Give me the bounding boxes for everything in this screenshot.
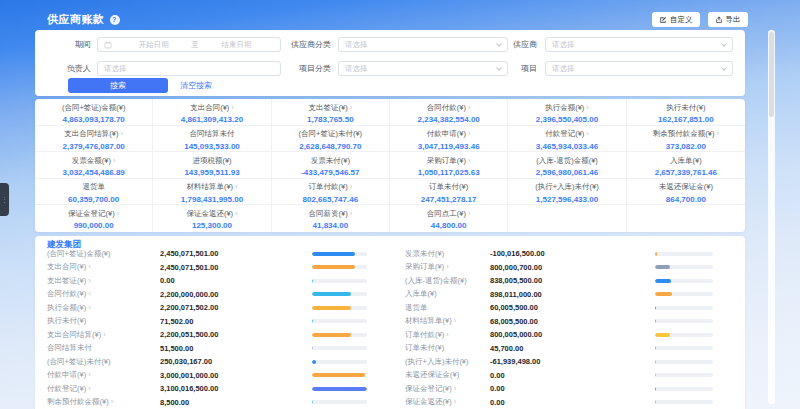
- stat-card[interactable]: 合同薪资(¥)›41,834.00: [272, 205, 390, 232]
- supplier-category-label: 供应商分类: [255, 37, 331, 52]
- side-panel-handle[interactable]: ⋮: [0, 183, 9, 216]
- stat-value[interactable]: 41,834.00: [272, 221, 389, 230]
- metric-bar: [312, 292, 367, 296]
- metric-bar-fill: [655, 346, 656, 350]
- metric-label[interactable]: 支出合同(¥)›: [47, 262, 160, 272]
- customize-button[interactable]: 自定义: [652, 12, 700, 27]
- owner-select[interactable]: 请选择: [97, 61, 281, 76]
- stat-value[interactable]: 125,300.00: [153, 221, 270, 230]
- stat-value: 247,451,278.17: [390, 195, 507, 204]
- stat-value[interactable]: 4,861,309,413.20: [153, 115, 270, 124]
- metric-label[interactable]: 合同付款(¥)›: [47, 289, 160, 299]
- stat-card[interactable]: 付款申请(¥)›3,047,119,493.46: [390, 126, 508, 153]
- stat-card[interactable]: 支出合同结算(¥)›2,379,476,087.00: [35, 126, 153, 153]
- chevron-right-icon: ›: [88, 384, 91, 393]
- stat-card[interactable]: 剩余预付款金额(¥)›373,082.00: [627, 126, 745, 153]
- stat-value[interactable]: 2,234,382,554.00: [390, 115, 507, 124]
- stat-label: 未返还保证金(¥): [627, 182, 745, 192]
- stat-card[interactable]: 支出合同(¥)›4,861,309,413.20: [153, 99, 271, 126]
- stat-label: 支出签证(¥)›: [272, 103, 389, 113]
- metric-label[interactable]: 付款登记(¥)›: [47, 384, 160, 394]
- metric-label[interactable]: 剩余预付款金额(¥)›: [47, 397, 160, 407]
- stat-card: 发票未付(¥)-433,479,546.57: [272, 152, 390, 179]
- stats-summary-grid: (合同+签证)金额(¥)4,863,093,178.70支出合同(¥)›4,86…: [35, 99, 745, 232]
- stat-value[interactable]: 1,798,431,995.00: [153, 195, 270, 204]
- metric-label[interactable]: 支出合同结算(¥)›: [47, 330, 160, 340]
- project-category-select[interactable]: 请选择: [338, 61, 508, 76]
- stat-value[interactable]: 44,800.00: [390, 221, 507, 230]
- metric-label[interactable]: 保证金返还(¥)›: [405, 397, 490, 407]
- stat-card[interactable]: 付款登记(¥)›3,465,934,033.46: [508, 126, 626, 153]
- search-button[interactable]: 搜索: [68, 78, 168, 93]
- stat-value[interactable]: 2,396,550,405.00: [508, 115, 625, 124]
- stat-value: 4,863,093,178.70: [35, 115, 152, 124]
- metric-label[interactable]: 执行金额(¥)›: [47, 303, 160, 313]
- metric-bar-fill: [312, 387, 367, 391]
- stat-card[interactable]: 发票金额(¥)›3,032,454,486.89: [35, 152, 153, 179]
- stat-value: 145,093,533.00: [153, 142, 270, 151]
- metric-value: 0.00: [490, 371, 655, 380]
- stat-value: 1,527,596,433.00: [508, 195, 625, 204]
- metric-value: 2,200,051,500.00: [160, 330, 312, 339]
- stat-card[interactable]: 材料结算单(¥)›1,798,431,995.00: [153, 179, 271, 206]
- metric-bar: [312, 360, 367, 364]
- stat-label: 采购订单(¥)›: [390, 156, 507, 166]
- stat-value[interactable]: 3,465,934,033.46: [508, 142, 625, 151]
- metric-value: 2,200,071,502.00: [160, 303, 312, 312]
- chevron-right-icon: ›: [350, 103, 353, 112]
- stat-value[interactable]: 990,000.00: [35, 221, 152, 230]
- stat-value[interactable]: 1,050,117,025.63: [390, 168, 507, 177]
- stat-card[interactable]: 合同付款(¥)›2,234,382,554.00: [390, 99, 508, 126]
- metric-bar-fill: [312, 346, 313, 350]
- metric-label[interactable]: 付款申请(¥)›: [47, 370, 160, 380]
- help-icon[interactable]: ?: [110, 15, 120, 25]
- metric-label[interactable]: 支出签证(¥)›: [47, 276, 160, 286]
- chevron-right-icon: ›: [88, 276, 91, 285]
- stat-value[interactable]: 2,379,476,087.00: [35, 142, 152, 151]
- clear-search-link[interactable]: 清空搜索: [180, 78, 212, 93]
- supplier-select[interactable]: 请选择: [545, 37, 733, 52]
- date-range-input[interactable]: 开始日期 至 结束日期: [97, 37, 281, 52]
- metric-bar-fill: [312, 360, 316, 364]
- stat-card[interactable]: 保证金返还(¥)›125,300.00: [153, 205, 271, 232]
- stat-value: 2,596,980,061.46: [508, 168, 625, 177]
- chevron-right-icon: ›: [446, 262, 449, 271]
- scrollbar-thumb[interactable]: [769, 32, 774, 117]
- chevron-right-icon: ›: [454, 316, 457, 325]
- metric-label: (合同+签证)未付(¥): [47, 357, 160, 367]
- stat-card[interactable]: 采购订单(¥)›1,050,117,025.63: [390, 152, 508, 179]
- stat-card[interactable]: 合同点工(¥)›44,800.00: [390, 205, 508, 232]
- stat-value[interactable]: 1,783,765.50: [272, 115, 389, 124]
- project-select[interactable]: 请选择: [545, 61, 733, 76]
- scrollbar-track[interactable]: [768, 30, 775, 404]
- stat-label: 入库单(¥): [627, 156, 745, 166]
- export-button[interactable]: 导出: [708, 12, 748, 27]
- supplier-category-select[interactable]: 请选择: [338, 37, 508, 52]
- stat-card[interactable]: 执行金额(¥)›2,396,550,405.00: [508, 99, 626, 126]
- metric-row: 执行金额(¥)›2,200,071,502.00: [47, 301, 367, 315]
- stat-card[interactable]: 保证金登记(¥)›990,000.00: [35, 205, 153, 232]
- chevron-right-icon: ›: [350, 182, 353, 191]
- stat-card[interactable]: 订单付款(¥)›802,665,747.46: [272, 179, 390, 206]
- metric-bar: [312, 252, 367, 256]
- stat-value[interactable]: 802,665,747.46: [272, 195, 389, 204]
- group-metrics-panel: 建发集团 (合同+签证)金额(¥)2,450,071,501.00支出合同(¥)…: [35, 236, 745, 409]
- stat-label: 发票金额(¥)›: [35, 156, 152, 166]
- stat-value[interactable]: 3,047,119,493.46: [390, 142, 507, 151]
- metric-label[interactable]: 保证金登记(¥)›: [405, 384, 490, 394]
- chevron-right-icon: ›: [88, 262, 91, 271]
- metric-label: (入库-退货)金额(¥): [405, 276, 490, 286]
- stat-card: 未返还保证金(¥)864,700.00: [627, 179, 745, 206]
- metric-label[interactable]: 材料结算单(¥)›: [405, 316, 490, 326]
- metric-label[interactable]: 订单付款(¥)›: [405, 330, 490, 340]
- metric-value: 8,500.00: [160, 398, 312, 407]
- metric-label: (合同+签证)金额(¥): [47, 249, 160, 259]
- chevron-right-icon: ›: [235, 182, 238, 191]
- stat-value[interactable]: 3,032,454,486.89: [35, 168, 152, 177]
- metric-label[interactable]: 采购订单(¥)›: [405, 262, 490, 272]
- stat-label: 材料结算单(¥)›: [153, 182, 270, 192]
- stat-card[interactable]: 支出签证(¥)›1,783,765.50: [272, 99, 390, 126]
- metric-row: 入库单(¥)898,011,000.00: [405, 288, 713, 302]
- stat-value[interactable]: 373,082.00: [627, 142, 745, 151]
- metric-value: 60,005,500.00: [490, 303, 655, 312]
